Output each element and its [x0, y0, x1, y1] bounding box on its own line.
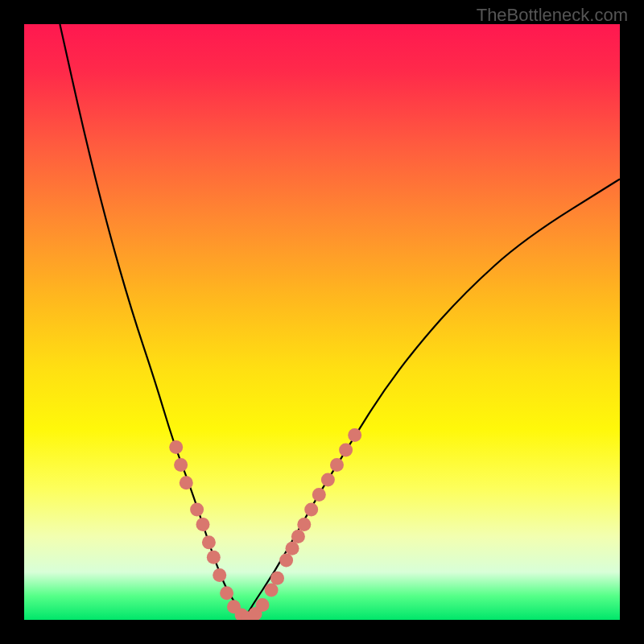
data-marker: [304, 503, 318, 517]
attribution-text: TheBottleneck.com: [477, 5, 628, 26]
data-marker: [190, 503, 204, 517]
data-marker: [196, 518, 210, 531]
data-marker: [180, 476, 193, 489]
data-marker: [321, 473, 335, 487]
data-marker: [202, 535, 216, 549]
bottleneck-curve: [60, 24, 620, 617]
data-marker: [265, 584, 279, 597]
data-marker: [270, 572, 284, 585]
data-marker: [312, 488, 326, 502]
plot-area: [24, 24, 620, 620]
data-marker: [330, 458, 344, 472]
marker-layer: [169, 428, 361, 620]
data-marker: [291, 530, 305, 543]
data-marker: [220, 586, 233, 600]
data-marker: [348, 428, 361, 442]
data-marker: [169, 440, 183, 454]
data-marker: [213, 568, 226, 582]
data-marker: [256, 598, 270, 612]
data-marker: [286, 542, 299, 555]
chart-svg: [24, 24, 620, 620]
data-marker: [207, 551, 221, 564]
data-marker: [297, 518, 311, 531]
data-marker: [339, 444, 353, 457]
data-marker: [174, 458, 188, 472]
data-marker: [279, 554, 293, 568]
